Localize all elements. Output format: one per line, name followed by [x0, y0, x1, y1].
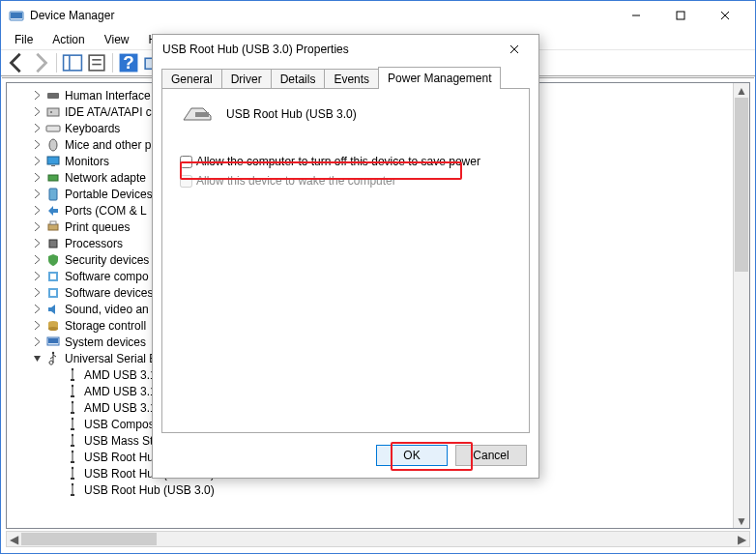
tab-details[interactable]: Details: [271, 69, 326, 89]
option-allow-turn-off[interactable]: Allow the computer to turn off this devi…: [176, 153, 515, 170]
minimize-button[interactable]: [614, 1, 658, 30]
scrollbar-thumb[interactable]: [21, 533, 157, 545]
option-label: Allow the computer to turn off this devi…: [196, 155, 480, 168]
software-device-icon: [45, 285, 61, 301]
svg-rect-21: [51, 165, 55, 166]
sound-icon: [45, 302, 61, 317]
horizontal-scrollbar[interactable]: ◀ ▶: [6, 531, 750, 547]
forward-button[interactable]: [29, 52, 52, 73]
cpu-icon: [45, 236, 61, 251]
tab-driver[interactable]: Driver: [221, 69, 272, 89]
tree-item-label: Mice and other p: [65, 137, 151, 153]
svg-point-51: [72, 482, 73, 484]
tree-item-label: USB Compos: [84, 417, 155, 432]
hid-icon: [45, 88, 61, 103]
svg-rect-30: [50, 290, 56, 296]
menu-file[interactable]: File: [7, 31, 41, 48]
portable-icon: [45, 187, 61, 202]
device-name-label: USB Root Hub (USB 3.0): [226, 107, 357, 121]
svg-point-47: [72, 450, 73, 452]
collapse-icon[interactable]: [30, 354, 44, 363]
tree-item-label: Security devices: [65, 252, 149, 268]
ide-icon: [45, 104, 61, 120]
svg-point-39: [72, 384, 73, 386]
tab-power-management[interactable]: Power Management: [378, 67, 501, 89]
scrollbar-thumb[interactable]: [735, 98, 748, 272]
storage-icon: [45, 318, 61, 334]
svg-rect-18: [46, 126, 60, 131]
svg-rect-1: [11, 13, 22, 18]
tree-item-label: Software compo: [65, 269, 149, 284]
svg-rect-22: [48, 175, 58, 181]
dialog-close-button[interactable]: [500, 35, 529, 64]
tree-item-label: AMD USB 3.1: [84, 400, 157, 416]
scroll-down-icon[interactable]: ▼: [734, 513, 749, 528]
close-button[interactable]: [703, 1, 747, 30]
ok-button[interactable]: OK: [376, 445, 448, 466]
svg-rect-38: [71, 379, 74, 381]
svg-point-36: [52, 351, 54, 353]
scroll-right-icon[interactable]: ▶: [735, 532, 749, 546]
maximize-button[interactable]: [658, 1, 703, 30]
vertical-scrollbar[interactable]: ▲ ▼: [733, 83, 749, 528]
checkbox-allow-wake: [180, 175, 192, 188]
toolbar-separator: [112, 53, 113, 73]
checkbox-allow-turn-off[interactable]: [180, 156, 192, 168]
tree-item-label: Network adapte: [65, 170, 146, 186]
usb-device-icon: [65, 417, 80, 432]
svg-rect-20: [47, 157, 59, 164]
svg-rect-50: [71, 478, 74, 480]
svg-rect-23: [49, 189, 57, 200]
svg-point-41: [72, 400, 73, 402]
tree-item-label: Print queues: [65, 219, 130, 235]
usb-device-icon: [65, 482, 80, 498]
usb-device-icon: [65, 450, 80, 465]
svg-point-45: [72, 433, 73, 435]
help-button[interactable]: ?: [117, 52, 140, 73]
dialog-buttons: OK Cancel: [376, 445, 527, 466]
tree-item[interactable]: USB Root Hub (USB 3.0): [49, 481, 749, 498]
svg-rect-3: [677, 12, 684, 19]
menu-view[interactable]: View: [97, 31, 137, 48]
usb-device-icon: [65, 466, 80, 481]
menu-action[interactable]: Action: [44, 31, 92, 48]
svg-rect-6: [64, 55, 82, 71]
tree-item-label: Universal Serial B: [65, 351, 157, 366]
tree-item-label: AMD USB 3.1: [84, 367, 157, 383]
tab-general[interactable]: General: [161, 69, 222, 89]
show-hide-tree-button[interactable]: [61, 52, 84, 73]
svg-point-17: [50, 111, 52, 113]
option-label: Allow this device to wake the computer: [196, 174, 396, 188]
tree-item-label: System devices: [65, 335, 146, 350]
svg-point-19: [49, 139, 57, 151]
svg-rect-42: [71, 412, 74, 414]
svg-rect-24: [48, 224, 58, 230]
ports-icon: [45, 203, 61, 219]
svg-rect-40: [71, 395, 74, 397]
properties-dialog: USB Root Hub (USB 3.0) Properties Genera…: [152, 34, 539, 479]
tree-item-label: Ports (COM & L: [65, 203, 147, 219]
scroll-up-icon[interactable]: ▲: [734, 83, 749, 98]
scroll-left-icon[interactable]: ◀: [7, 532, 21, 546]
usb-device-icon: [65, 433, 80, 449]
back-button[interactable]: [5, 52, 28, 73]
window-buttons: [614, 1, 747, 30]
tree-item-label: Portable Devices: [65, 187, 153, 202]
mouse-icon: [45, 137, 61, 153]
tree-item-label: Processors: [65, 236, 123, 251]
svg-rect-55: [195, 112, 209, 117]
dialog-titlebar: USB Root Hub (USB 3.0) Properties: [153, 35, 538, 64]
svg-rect-28: [50, 274, 56, 279]
cancel-button[interactable]: Cancel: [455, 445, 527, 466]
usb-device-icon: [65, 400, 80, 416]
svg-point-49: [72, 466, 73, 468]
usb-device-icon: [65, 384, 80, 399]
properties-button[interactable]: [85, 52, 108, 73]
tree-item-label: USB Root Hub (USB 3.0): [84, 482, 215, 498]
titlebar: Device Manager: [1, 1, 755, 30]
printer-icon: [45, 219, 61, 235]
tab-events[interactable]: Events: [324, 69, 379, 89]
window-title: Device Manager: [30, 9, 614, 22]
svg-rect-15: [47, 93, 59, 99]
svg-rect-48: [71, 461, 74, 463]
